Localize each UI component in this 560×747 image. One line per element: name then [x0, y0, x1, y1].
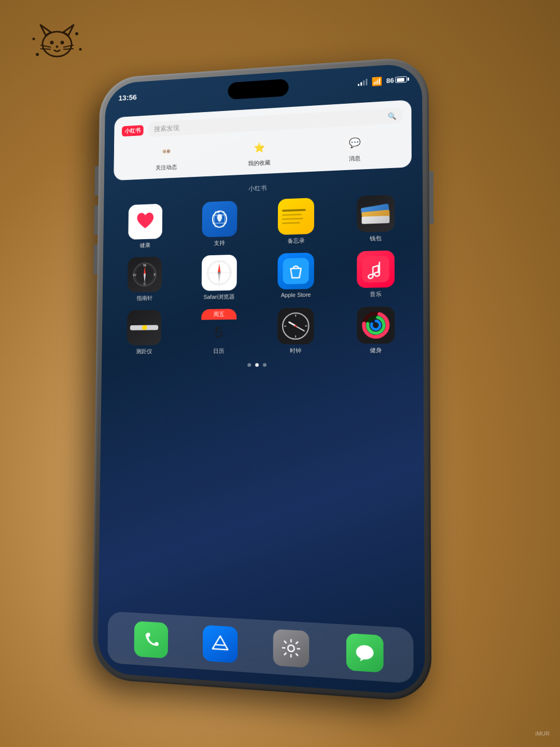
app-music[interactable]: 音乐 [340, 250, 412, 299]
svg-rect-33 [362, 256, 389, 283]
svg-point-14 [166, 149, 171, 154]
battery-display: 86 [386, 75, 407, 85]
dock-appstore[interactable] [203, 625, 238, 663]
svg-point-2 [61, 41, 64, 45]
app-notes-label: 备忘录 [287, 237, 304, 245]
page-dot-1 [247, 363, 251, 367]
search-icon: 🔍 [388, 112, 397, 120]
xhs-widget[interactable]: 小红书 搜索发现 🔍 关注动态 [114, 100, 412, 181]
svg-line-4 [40, 49, 51, 49]
shortcut-messages-label: 消息 [348, 155, 360, 163]
app-health-label: 健康 [140, 241, 151, 249]
shortcut-favorites[interactable]: ⭐ 我的收藏 [248, 137, 270, 168]
battery-icon [395, 76, 407, 83]
calendar-weekday: 周五 [201, 309, 236, 320]
svg-point-54 [288, 645, 294, 652]
cat-logo [31, 21, 83, 62]
watermark: iMUR [536, 730, 550, 737]
app-music-label: 音乐 [370, 290, 382, 298]
xhs-logo: 小红书 [122, 125, 144, 136]
battery-percent: 86 [386, 76, 394, 85]
app-support-label: 支持 [214, 239, 225, 247]
svg-point-13 [163, 149, 167, 154]
app-wallet[interactable]: 钱包 [340, 194, 412, 244]
shortcut-favorites-label: 我的收藏 [248, 159, 270, 168]
svg-point-9 [79, 48, 82, 51]
dock-messages[interactable] [346, 633, 384, 673]
app-appstore-label: Apple Store [281, 292, 311, 298]
svg-text:N: N [144, 263, 147, 268]
app-grid-row1: 健康 [113, 194, 412, 250]
signal-icon [358, 78, 367, 86]
app-measure[interactable]: 测距仪 [111, 310, 177, 355]
app-fitness[interactable]: 健身 [340, 306, 412, 354]
app-safari-label: Safari浏览器 [203, 293, 234, 301]
home-content: 小红书 搜索发现 🔍 关注动态 [99, 94, 425, 629]
shortcut-messages[interactable]: 💬 消息 [344, 132, 365, 163]
app-appstore[interactable]: Apple Store [261, 252, 331, 300]
svg-point-8 [75, 32, 78, 35]
app-clock[interactable]: 时钟 [261, 307, 331, 355]
app-compass-label: 指南针 [136, 294, 152, 302]
svg-line-53 [215, 645, 225, 645]
app-support[interactable]: 支持 [186, 200, 253, 248]
shortcut-follow[interactable]: 关注动态 [156, 143, 177, 172]
page-dot-3 [262, 363, 266, 367]
phone-wrapper: 13:56 📶 86 [92, 56, 432, 703]
svg-point-7 [36, 53, 39, 56]
app-calendar[interactable]: 周五 5 日历 [185, 309, 253, 355]
app-clock-label: 时钟 [290, 347, 301, 355]
svg-point-1 [50, 41, 54, 45]
dock-phone[interactable] [134, 621, 169, 658]
app-grid-row2: N S E W 指南针 [112, 250, 412, 303]
app-measure-label: 测距仪 [136, 348, 152, 355]
svg-text:E: E [153, 272, 156, 277]
app-grid-row3: 测距仪 周五 5 日历 [111, 306, 412, 355]
app-fitness-label: 健身 [370, 347, 382, 354]
svg-rect-32 [283, 258, 309, 284]
svg-point-10 [33, 38, 35, 40]
svg-line-6 [63, 49, 74, 49]
app-health[interactable]: 健康 [113, 203, 178, 250]
calendar-day-number: 5 [201, 320, 236, 345]
dock-settings[interactable] [273, 629, 310, 668]
shortcut-follow-label: 关注动态 [156, 163, 177, 172]
app-wallet-label: 钱包 [370, 234, 382, 243]
wifi-icon: 📶 [371, 76, 382, 86]
phone-outer: 13:56 📶 86 [92, 56, 432, 703]
status-right: 📶 86 [358, 74, 407, 87]
status-time: 13:56 [118, 92, 136, 102]
app-safari[interactable]: Safari浏览器 [185, 254, 253, 301]
page-dots [111, 363, 413, 367]
widget-shortcuts: 关注动态 ⭐ 我的收藏 💬 消息 [121, 130, 403, 173]
app-calendar-label: 日历 [213, 347, 224, 355]
app-notes[interactable]: 备忘录 [261, 197, 331, 246]
search-placeholder: 搜索发现 [154, 123, 179, 134]
phone-screen: 13:56 📶 86 [97, 63, 425, 696]
app-compass[interactable]: N S E W 指南针 [112, 256, 178, 302]
svg-text:W: W [133, 272, 137, 277]
page-dot-2 [255, 363, 259, 367]
